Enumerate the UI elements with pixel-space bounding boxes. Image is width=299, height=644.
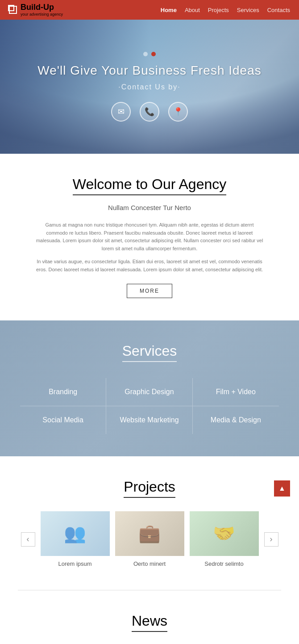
welcome-paragraph-2: In vitae varius augue, eu consectetur li… [36, 258, 263, 274]
news-heading: News [132, 613, 167, 632]
hero-title: We'll Give Your Business Fresh Ideas [37, 63, 262, 78]
nav-contacts[interactable]: Contacts [267, 7, 290, 13]
project-image-3 [190, 511, 259, 556]
project-item-3: Sedrotr selimto [190, 511, 259, 568]
hero-contact-icons: ✉ 📞 📍 [37, 102, 262, 122]
site-header: Build-Up your advertising agency Home Ab… [0, 0, 299, 20]
project-item-1: Lorem ipsum [41, 511, 110, 568]
scroll-to-top-button[interactable]: ▲ [274, 480, 290, 497]
hero-subtitle: ·Contact Us by· [37, 83, 262, 91]
email-icon[interactable]: ✉ [111, 102, 131, 122]
project-label-3: Sedrotr selimto [204, 560, 243, 567]
project-item-2: Oerto minert [115, 511, 184, 568]
service-item-film-video: Film + Video [193, 378, 279, 406]
services-grid: Branding Graphic Design Film + Video Soc… [20, 378, 279, 434]
nav-projects[interactable]: Projects [208, 7, 229, 13]
nav-services[interactable]: Services [237, 7, 259, 13]
welcome-heading: Welcome to Our Agency [73, 176, 226, 195]
hero-content: We'll Give Your Business Fresh Ideas ·Co… [37, 52, 262, 122]
nav-about[interactable]: About [185, 7, 200, 13]
logo-tagline: your advertising agency [21, 12, 63, 17]
carousel-prev-button[interactable]: ‹ [21, 532, 35, 547]
service-item-branding: Branding [20, 378, 106, 406]
logo-icon [9, 6, 17, 14]
welcome-subtitle: Nullam Concester Tur Nerto [36, 202, 263, 213]
projects-section: Projects ‹ Lorem ipsum Oerto minert Sedr… [0, 456, 299, 590]
logo-text: Build-Up your advertising agency [21, 3, 63, 17]
location-icon[interactable]: 📍 [168, 102, 188, 122]
project-image-2 [115, 511, 184, 556]
carousel-dots [37, 52, 262, 56]
nav-home[interactable]: Home [161, 7, 177, 13]
services-section: Services Branding Graphic Design Film + … [0, 320, 299, 456]
projects-heading: Projects [124, 479, 175, 498]
logo: Build-Up your advertising agency [9, 3, 63, 17]
project-label-1: Lorem ipsum [58, 560, 91, 567]
project-image-1 [41, 511, 110, 556]
hero-section: We'll Give Your Business Fresh Ideas ·Co… [0, 20, 299, 154]
carousel-dot-2[interactable] [151, 52, 156, 56]
welcome-section: Welcome to Our Agency Nullam Concester T… [0, 154, 299, 320]
welcome-more-button[interactable]: MORE [127, 284, 172, 298]
carousel-dot-1[interactable] [143, 52, 148, 56]
projects-items: Lorem ipsum Oerto minert Sedrotr selimto [41, 511, 259, 568]
projects-carousel: ‹ Lorem ipsum Oerto minert Sedrotr selim… [9, 511, 290, 568]
main-nav: Home About Projects Services Contacts [161, 7, 290, 13]
carousel-next-button[interactable]: › [264, 532, 278, 547]
project-label-2: Oerto minert [133, 560, 166, 567]
news-section: News November 2014 Gamus at magna non nu… [0, 590, 299, 644]
service-item-website-marketing: Website Marketing [106, 406, 192, 434]
logo-name: Build-Up [21, 3, 63, 12]
welcome-paragraph-1: Gamus at magna non nunc tristique rhoncu… [36, 221, 263, 253]
services-heading: Services [122, 343, 177, 362]
service-item-media-design: Media & Design [193, 406, 279, 434]
service-item-graphic-design: Graphic Design [106, 378, 192, 406]
phone-icon[interactable]: 📞 [140, 102, 159, 122]
service-item-social-media: Social Media [20, 406, 106, 434]
